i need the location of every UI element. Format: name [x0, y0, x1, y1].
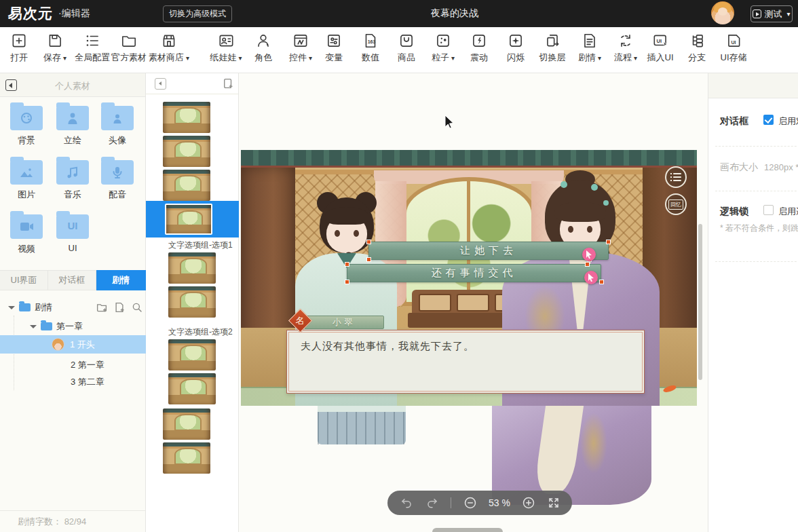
- folder-background[interactable]: 背景: [4, 106, 49, 147]
- toolbar-item-global-config[interactable]: 全局配置: [75, 32, 110, 64]
- toolbar-item-goods[interactable]: 商品: [398, 32, 415, 64]
- editor-canvas[interactable]: 让她下去 还有事情交代 名 小翠 夫人没有其他事情，我就先下去了。: [239, 73, 708, 532]
- scene-thumbnail-1[interactable]: [163, 102, 210, 133]
- scene-thumbnail-5[interactable]: [168, 252, 216, 284]
- game-history-button[interactable]: 回忆: [665, 193, 687, 215]
- mouse-cursor-icon: [444, 115, 455, 129]
- tree-item-episode-3[interactable]: 3 第二章: [0, 374, 146, 390]
- tab-ui-interface[interactable]: UI界面: [0, 270, 48, 290]
- selection-handle[interactable]: [345, 280, 349, 284]
- toolbar-item-paper-doll[interactable]: 纸娃娃: [210, 32, 242, 64]
- shake-icon: [470, 32, 488, 50]
- folder-icon: [41, 322, 52, 330]
- tree-item-episode-2[interactable]: 2 第一章: [0, 357, 146, 373]
- option-group-label-2[interactable]: 文字选项组-选项2: [168, 326, 233, 338]
- toolbar-item-branch[interactable]: 分支: [688, 32, 706, 64]
- scene-thumbnail-2[interactable]: [163, 136, 210, 167]
- option-drag-handle-1[interactable]: [582, 248, 596, 261]
- add-folder-icon[interactable]: [96, 301, 108, 314]
- save-icon: [46, 32, 64, 50]
- toolbar-item-switch-layer[interactable]: 切换层: [539, 32, 566, 64]
- toolbar-item-ui-storage[interactable]: UI UI存储: [721, 32, 747, 64]
- svg-text:UI: UI: [656, 38, 662, 44]
- fullscreen-button[interactable]: [548, 497, 560, 509]
- folder-image[interactable]: 图片: [4, 160, 49, 201]
- toolbar-item-numeric[interactable]: 163 数值: [362, 32, 379, 64]
- divider: [451, 497, 451, 508]
- zoom-out-icon: [463, 496, 477, 510]
- switch-layer-icon: [544, 32, 561, 50]
- tree-folder-chapter1[interactable]: 第一章: [0, 318, 146, 335]
- tab-dialog-box[interactable]: 对话框: [48, 270, 96, 290]
- toolbar-item-asset-store[interactable]: 素材商店: [149, 32, 189, 64]
- collapse-left-icon[interactable]: [155, 78, 166, 90]
- folder-ui[interactable]: UI UI: [50, 214, 95, 253]
- toolbar-item-official-assets[interactable]: 官方素材: [111, 32, 147, 64]
- ui-folder-icon: UI: [56, 214, 89, 239]
- toolbar-item-shake[interactable]: 震动: [470, 32, 488, 64]
- folder-video[interactable]: 视频: [4, 214, 49, 255]
- switch-advanced-mode-button[interactable]: 切换为高级模式: [163, 5, 232, 22]
- toolbar-item-particle[interactable]: 粒子: [432, 32, 455, 64]
- scene-thumbnail-10[interactable]: [163, 442, 210, 474]
- scene-thumbnail-4-selected[interactable]: [165, 204, 212, 235]
- folder-voice[interactable]: 配音: [95, 160, 140, 201]
- option-button-2[interactable]: 还有事情交代: [347, 264, 601, 282]
- tree-item-episode-1[interactable]: 1 开头: [0, 335, 146, 354]
- toolbar-item-insert-ui[interactable]: UI 插入UI: [647, 32, 674, 64]
- option-group-label-1[interactable]: 文字选项组-选项1: [168, 240, 233, 251]
- folder-avatar[interactable]: 头像: [95, 106, 140, 147]
- user-avatar[interactable]: [711, 1, 734, 24]
- toolbar-item-open[interactable]: 打开: [10, 32, 28, 64]
- selection-handle[interactable]: [366, 240, 371, 244]
- selection-handle[interactable]: [366, 257, 371, 262]
- dialog-text-box[interactable]: 夫人没有其他事情，我就先下去了。: [286, 330, 645, 394]
- speaker-name-bar[interactable]: 小翠: [304, 316, 384, 329]
- toolbar-item-flash[interactable]: 闪烁: [507, 32, 525, 64]
- scene-thumbnail-6[interactable]: [168, 286, 216, 318]
- toolbar-item-flow[interactable]: 流程: [614, 32, 637, 64]
- toolbar-item-plot[interactable]: 剧情: [578, 32, 601, 64]
- scene-thumbnails-panel: 文字选项组-选项1 文字选项组-选项2: [146, 73, 239, 532]
- add-file-icon[interactable]: [113, 301, 126, 314]
- option-drag-handle-2[interactable]: [584, 271, 598, 284]
- enable-logic-lock-text: 启用逻: [778, 206, 798, 218]
- canvas-vertical-scrollbar[interactable]: [698, 224, 702, 380]
- toolbar-item-character[interactable]: 角色: [254, 32, 272, 64]
- flash-icon: [507, 32, 525, 50]
- selection-handle[interactable]: [585, 262, 590, 267]
- scene-thumbnail-3[interactable]: [163, 170, 210, 201]
- selection-handle[interactable]: [599, 280, 604, 284]
- selection-handle[interactable]: [606, 240, 611, 244]
- scene-thumbnail-7[interactable]: [168, 339, 216, 370]
- zoom-in-button[interactable]: [522, 496, 535, 510]
- enable-dialog-checkbox[interactable]: [763, 115, 774, 125]
- toolbar-item-save[interactable]: 保存: [43, 32, 66, 64]
- tab-plot[interactable]: 剧情: [96, 270, 146, 290]
- add-page-icon[interactable]: [222, 77, 234, 90]
- search-icon[interactable]: [131, 301, 143, 314]
- option-button-1[interactable]: 让她下去: [368, 242, 609, 260]
- variable-icon: [325, 32, 343, 50]
- properties-panel: 对话框 启用对 画布大小 1280px * 逻辑锁 启用逻 * 若不符合条件，则…: [708, 73, 798, 532]
- scene-thumbnail-8[interactable]: [168, 373, 216, 404]
- toolbar-item-widget[interactable]: 控件: [289, 32, 312, 64]
- enable-logic-lock-checkbox[interactable]: [763, 205, 774, 215]
- scene-thumbnail-9[interactable]: [163, 408, 210, 440]
- folder-portrait[interactable]: 立绘: [50, 106, 95, 147]
- character-icon: [254, 32, 272, 50]
- undo-button[interactable]: [400, 497, 413, 509]
- logic-lock-label: 逻辑锁: [720, 206, 748, 218]
- test-button[interactable]: 测试: [750, 5, 793, 22]
- zoom-out-button[interactable]: [463, 496, 477, 510]
- selection-handle[interactable]: [345, 262, 349, 267]
- toolbar-item-variable[interactable]: 变量: [325, 32, 343, 64]
- redo-button[interactable]: [425, 497, 439, 509]
- game-menu-button[interactable]: [665, 166, 687, 188]
- official-assets-folder-icon: [120, 32, 138, 50]
- folder-icon: [19, 303, 31, 311]
- widget-icon: [292, 32, 309, 50]
- folder-music[interactable]: 音乐: [50, 160, 95, 201]
- personal-assets-sidebar: 个人素材 背景 立绘 头像 图片 音乐 配音 视频 UI UI UI界面: [0, 73, 146, 532]
- canvas-horizontal-scrollbar[interactable]: [432, 528, 503, 532]
